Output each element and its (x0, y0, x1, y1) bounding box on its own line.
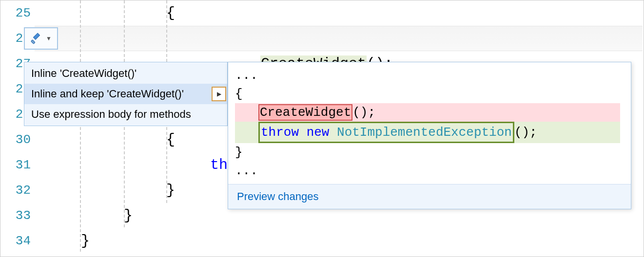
quick-actions-menu: Inline 'CreateWidget()' Inline and keep … (24, 62, 228, 126)
line-number: 33 (0, 203, 31, 228)
menu-item-inline-keep[interactable]: Inline and keep 'CreateWidget()' ▶ (24, 84, 227, 104)
menu-item-label: Inline and keep 'CreateWidget()' (31, 88, 184, 100)
added-box: throw new NotImplementedException (258, 122, 514, 143)
preview-line: ... (235, 162, 624, 180)
code-text: (); (514, 125, 537, 140)
line-number: 32 (0, 178, 31, 203)
code-text: (); (352, 105, 375, 120)
line-number: 31 (0, 152, 31, 178)
preview-line: ... (235, 66, 624, 85)
deleted-token: CreateWidget (258, 104, 352, 121)
preview-line-added: throw new NotImplementedException(); (235, 122, 624, 143)
type-reference: NotImplementedException (337, 125, 512, 140)
preview-code: ... { CreateWidget(); throw new NotImple… (228, 62, 631, 184)
keyword: new (307, 125, 330, 140)
code-line: CreateWidget(); (35, 26, 644, 51)
line-number: 25 (0, 0, 31, 26)
preview-line: { (235, 85, 624, 103)
chevron-down-icon: ▼ (46, 35, 52, 42)
menu-item-inline[interactable]: Inline 'CreateWidget()' (24, 63, 227, 84)
line-number: 34 (0, 228, 31, 254)
keyword-fragment: th (210, 157, 228, 173)
keyword: throw (261, 125, 299, 140)
menu-item-expression-body[interactable]: Use expression body for methods (24, 104, 227, 125)
submenu-indicator[interactable]: ▶ (212, 87, 226, 101)
svg-rect-0 (31, 40, 35, 44)
preview-changes-link[interactable]: Preview changes (228, 184, 631, 209)
line-number: 30 (0, 127, 31, 152)
screwdriver-icon (30, 32, 43, 45)
code-line: { (35, 0, 644, 26)
menu-item-label: Inline 'CreateWidget()' (31, 67, 137, 79)
preview-line-deleted: CreateWidget(); (235, 103, 624, 122)
preview-line: } (235, 143, 624, 162)
preview-panel: ... { CreateWidget(); throw new NotImple… (228, 62, 631, 209)
code-line: } (35, 228, 644, 254)
menu-item-label: Use expression body for methods (31, 108, 191, 120)
quick-actions-button[interactable]: ▼ (24, 27, 58, 50)
